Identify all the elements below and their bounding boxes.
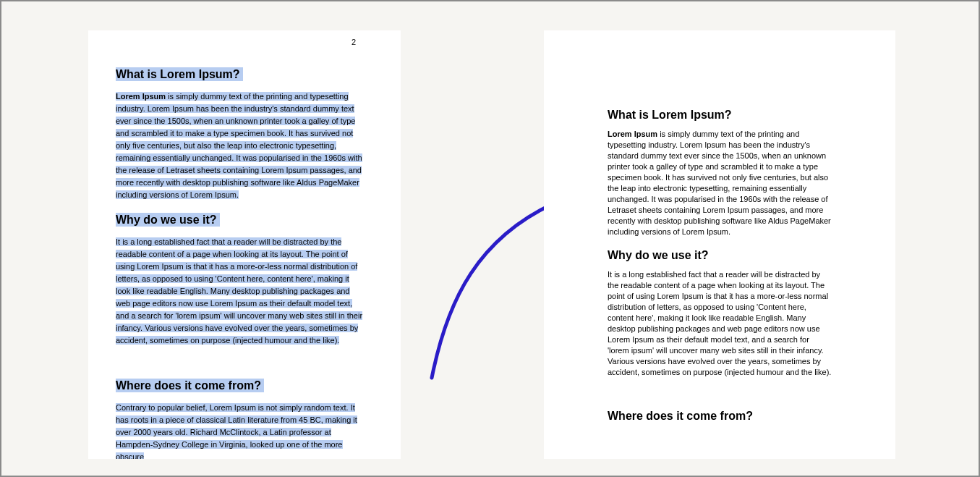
section-title-where-from: Where does it come from?	[608, 410, 832, 423]
section-title-where-from: Where does it come from?	[116, 379, 264, 392]
destination-page: What is Lorem Ipsum? Lorem Ipsum is simp…	[544, 30, 895, 459]
section-title-what-is: What is Lorem Ipsum?	[608, 109, 832, 122]
section-title-why-use: Why do we use it?	[608, 249, 832, 262]
section-body-where-from: Contrary to popular belief, Lorem Ipsum …	[116, 403, 357, 459]
canvas-frame: 2 What is Lorem Ipsum? Lorem Ipsum is si…	[0, 0, 980, 477]
section-body-what-is: Lorem Ipsum is simply dummy text of the …	[608, 129, 832, 237]
section-title-what-is: What is Lorem Ipsum?	[116, 67, 243, 81]
page-number: 2	[351, 38, 356, 46]
section-title-why-use: Why do we use it?	[116, 213, 220, 227]
lead-text: Lorem Ipsum	[608, 130, 657, 138]
lead-text: Lorem Ipsum	[116, 92, 166, 101]
section-body-why-use: It is a long established fact that a rea…	[116, 237, 362, 345]
section-body-what-is: Lorem Ipsum is simply dummy text of the …	[116, 92, 362, 199]
blank-spacer	[116, 350, 365, 366]
body-text: is simply dummy text of the printing and…	[608, 130, 831, 236]
section-body-why-use: It is a long established fact that a rea…	[608, 269, 832, 378]
body-text: is simply dummy text of the printing and…	[116, 92, 362, 199]
blank-spacer	[608, 378, 832, 398]
source-page: 2 What is Lorem Ipsum? Lorem Ipsum is si…	[88, 30, 401, 459]
